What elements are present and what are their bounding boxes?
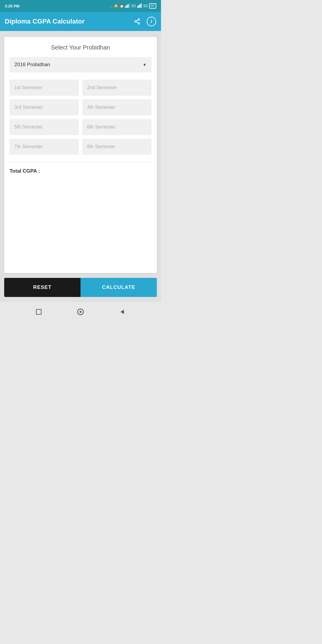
status-bar: 3:25 PM ... 🔔 ⏰ 3G 3G 97 xyxy=(0,0,161,12)
svg-rect-5 xyxy=(138,5,139,8)
svg-rect-6 xyxy=(140,4,140,8)
reset-button[interactable]: RESET xyxy=(4,278,80,297)
svg-rect-0 xyxy=(125,6,126,8)
semester-4-input[interactable] xyxy=(82,99,151,115)
svg-marker-16 xyxy=(121,310,124,314)
svg-line-11 xyxy=(136,22,138,23)
semester-2-input[interactable] xyxy=(82,80,151,96)
svg-rect-13 xyxy=(36,309,41,315)
svg-rect-7 xyxy=(141,4,142,8)
calculate-button[interactable]: CALCULATE xyxy=(80,278,157,297)
nav-home-button[interactable] xyxy=(75,306,86,318)
main-content: Select Your Probidhan 2016 Probidhan ▼ T… xyxy=(0,31,161,302)
calculator-card: Select Your Probidhan 2016 Probidhan ▼ T… xyxy=(4,37,157,273)
nav-square-button[interactable] xyxy=(33,306,45,318)
svg-rect-2 xyxy=(128,4,129,8)
nav-bar xyxy=(0,302,161,322)
mute-icon: 🔔 xyxy=(114,4,118,8)
dropdown-value: 2016 Probidhan xyxy=(14,62,50,68)
semester-3-input[interactable] xyxy=(10,99,79,115)
battery-indicator: 97 xyxy=(149,3,156,9)
semester-grid xyxy=(10,80,151,155)
status-time: 3:25 PM xyxy=(5,4,19,8)
app-title: Diploma CGPA Calculator xyxy=(5,18,85,25)
network-label-2: 3G xyxy=(143,4,148,8)
semester-7-input[interactable] xyxy=(10,139,79,155)
semester-8-input[interactable] xyxy=(82,139,151,155)
signal-bars-1 xyxy=(125,4,130,9)
share-button[interactable] xyxy=(132,17,142,26)
divider xyxy=(10,162,151,162)
network-label-1: 3G xyxy=(131,4,136,8)
svg-rect-4 xyxy=(137,6,138,8)
alarm-icon: ⏰ xyxy=(120,4,124,8)
total-cgpa-row: Total CGPA : xyxy=(10,167,151,175)
info-button[interactable]: i xyxy=(147,17,156,26)
semester-6-input[interactable] xyxy=(82,119,151,135)
svg-line-12 xyxy=(136,20,138,21)
signal-dots: ... xyxy=(110,4,113,8)
probidhan-dropdown[interactable]: 2016 Probidhan ▼ xyxy=(10,57,151,72)
semester-1-input[interactable] xyxy=(10,80,79,96)
chevron-down-icon: ▼ xyxy=(143,62,147,67)
app-bar: Diploma CGPA Calculator i xyxy=(0,12,161,31)
action-buttons: RESET CALCULATE xyxy=(4,278,157,297)
svg-rect-3 xyxy=(129,4,130,8)
svg-rect-1 xyxy=(126,5,127,8)
svg-point-15 xyxy=(80,311,82,313)
status-icons: ... 🔔 ⏰ 3G 3G 97 xyxy=(110,3,156,9)
signal-bars-2 xyxy=(137,4,142,9)
card-title: Select Your Probidhan xyxy=(10,44,151,51)
nav-back-button[interactable] xyxy=(116,306,128,318)
semester-5-input[interactable] xyxy=(10,119,79,135)
total-cgpa-label: Total CGPA : xyxy=(10,168,40,174)
app-bar-actions: i xyxy=(132,17,156,26)
